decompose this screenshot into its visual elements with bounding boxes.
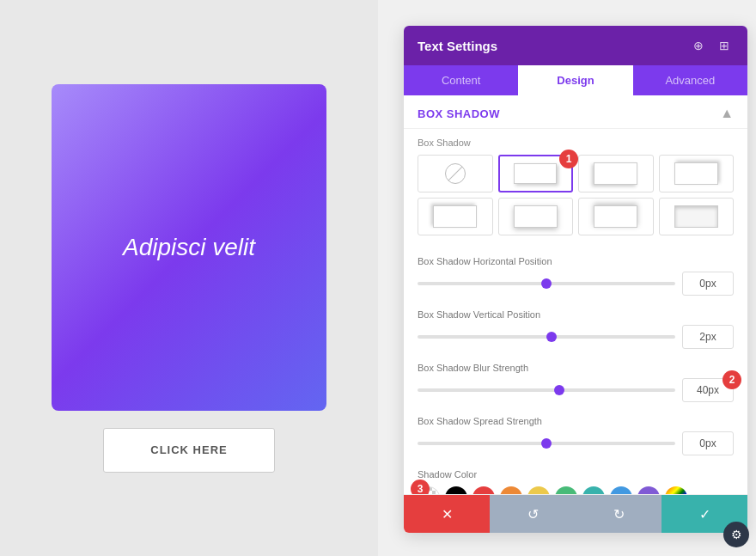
shadow-option-outer-top[interactable] [578,198,654,235]
shadow-preview-2 [594,162,637,184]
slider-spread-thumb[interactable] [541,438,552,449]
color-swatch-blue[interactable] [610,486,632,494]
tool-icon: ⚙ [731,528,742,541]
slider-horizontal-track[interactable] [418,282,675,285]
reset-button[interactable]: ↺ [490,495,576,533]
box-shadow-section-header: Box Shadow ▲ [404,95,747,129]
tab-advanced[interactable]: Advanced [633,65,747,95]
color-swatch-transparent-wrapper: 3 [418,486,440,494]
badge-1: 1 [559,150,578,168]
target-icon[interactable]: ⊕ [689,36,708,55]
color-swatch-yellow[interactable] [527,486,550,494]
slider-spread-track[interactable] [418,442,675,445]
shadow-preview-7 [674,205,718,227]
shadow-option-inner[interactable] [659,198,735,235]
click-here-button[interactable]: CLICK HERE [103,428,275,473]
badge-3: 3 [411,480,430,494]
color-swatch-teal[interactable] [582,486,605,494]
shadow-option-outer-bottom[interactable] [498,198,574,235]
cancel-button[interactable]: ✕ [404,495,490,533]
slider-vertical-track[interactable] [418,335,675,339]
slider-spread-label: Box Shadow Spread Strength [418,416,734,426]
shadow-grid-row1: 1 [418,155,734,192]
tool-button[interactable]: ⚙ [723,522,749,547]
no-shadow-icon [445,163,466,184]
slider-blur-track[interactable] [418,388,675,392]
settings-panel: Text Settings ⊕ ⊞ Content Design Advance… [404,26,747,533]
shadow-option-outer-top-left[interactable] [418,198,493,235]
panel-footer: ✕ ↺ ↻ ✓ [404,494,747,533]
slider-spread-value[interactable]: 0px [682,431,734,455]
slider-horizontal-thumb[interactable] [541,278,552,289]
shadow-color-section: Shadow Color 3 [404,462,747,494]
gradient-preview-box: Adipisci velit [52,84,326,411]
shadow-preview-4 [433,205,477,227]
panel-title: Text Settings [418,39,497,53]
color-swatch-black[interactable] [445,486,467,494]
preview-text: Adipisci velit [123,234,255,261]
shadow-preview-1 [514,163,557,184]
slider-horizontal-container: 0px [418,272,734,296]
shadow-option-outer-default[interactable]: 1 [498,155,574,192]
redo-button[interactable]: ↻ [576,495,662,533]
tabs: Content Design Advanced [404,65,747,95]
slider-spread-container: 0px [418,431,734,455]
slider-blur-container: 40px 2 [418,378,734,402]
color-swatches: 3 [418,486,734,494]
panel-header: Text Settings ⊕ ⊞ [404,26,747,65]
shadow-option-outer-bottom-left[interactable] [578,155,654,192]
slider-horizontal-value[interactable]: 0px [682,272,734,296]
color-swatch-orange[interactable] [500,486,522,494]
shadow-options: Box Shadow 1 [404,129,747,249]
color-swatch-purple[interactable] [637,486,660,494]
preview-area: Adipisci velit CLICK HERE [0,0,378,556]
section-toggle-icon[interactable]: ▲ [720,106,734,121]
shadow-option-none[interactable] [418,155,493,192]
tab-design[interactable]: Design [518,65,632,95]
panel-header-icons: ⊕ ⊞ [689,36,734,55]
shadow-preview-5 [514,205,558,227]
slider-horizontal-position: Box Shadow Horizontal Position 0px [404,249,747,302]
layout-icon[interactable]: ⊞ [715,36,734,55]
slider-blur-thumb[interactable] [554,385,564,395]
shadow-preview-3 [674,162,718,184]
panel-body: Box Shadow ▲ Box Shadow 1 [404,95,747,494]
color-swatch-red[interactable] [472,486,495,494]
shadow-grid-row2 [418,198,734,235]
slider-vertical-label: Box Shadow Vertical Position [418,309,734,320]
slider-horizontal-label: Box Shadow Horizontal Position [418,256,734,266]
slider-blur-strength: Box Shadow Blur Strength 40px 2 [404,356,747,409]
color-swatch-green[interactable] [555,486,577,494]
color-swatch-gradient[interactable] [665,486,687,494]
slider-blur-label: Box Shadow Blur Strength [418,363,734,373]
slider-vertical-value[interactable]: 2px [682,325,734,349]
shadow-options-label: Box Shadow [418,137,734,148]
shadow-option-outer-top-right[interactable] [659,155,735,192]
slider-vertical-thumb[interactable] [546,332,557,342]
tab-content[interactable]: Content [404,65,518,95]
slider-spread-strength: Box Shadow Spread Strength 0px [404,409,747,462]
section-title: Box Shadow [418,107,500,120]
badge-2: 2 [722,370,741,389]
shadow-color-label: Shadow Color [418,469,734,480]
slider-vertical-position: Box Shadow Vertical Position 2px [404,302,747,356]
shadow-preview-6 [594,205,637,227]
slider-vertical-container: 2px [418,325,734,349]
slider-blur-value[interactable]: 40px 2 [682,378,734,402]
